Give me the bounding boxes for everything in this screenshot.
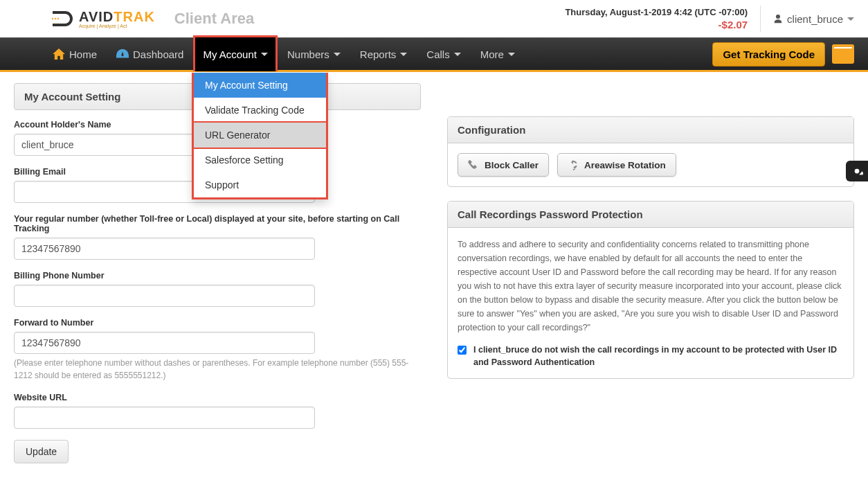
header: AVIDTRAK Acquire | Analyze | Act Client … bbox=[0, 0, 868, 37]
configuration-title: Configuration bbox=[448, 117, 853, 143]
dd-salesforce-setting[interactable]: Salesforce Setting bbox=[194, 148, 326, 172]
calendar-icon[interactable] bbox=[832, 44, 854, 64]
header-balance: -$2.07 bbox=[565, 19, 748, 30]
gear-icon bbox=[851, 165, 863, 177]
recordings-consent-checkbox[interactable] bbox=[458, 346, 467, 355]
user-icon bbox=[773, 14, 783, 24]
nav-more-label: More bbox=[480, 48, 504, 60]
recordings-panel: Call Recordings Password Protection To a… bbox=[447, 201, 854, 379]
main-nav: Home Dashboard My Account Numbers Report… bbox=[0, 37, 868, 72]
settings-tab[interactable] bbox=[846, 161, 868, 181]
forward-number-label: Forward to Number bbox=[14, 318, 421, 328]
header-datetime: Thursday, August-1-2019 4:42 (UTC -07:00… bbox=[565, 7, 748, 17]
nav-my-account[interactable]: My Account bbox=[193, 35, 278, 71]
recordings-consent-label: I client_bruce do not wish the call reco… bbox=[473, 344, 844, 368]
divider bbox=[760, 6, 761, 32]
nav-calls[interactable]: Calls bbox=[417, 37, 470, 71]
nav-home-label: Home bbox=[69, 48, 97, 60]
logo-icon bbox=[48, 8, 75, 29]
username-label: client_bruce bbox=[787, 13, 843, 25]
dashboard-icon bbox=[116, 48, 129, 60]
user-menu[interactable]: client_bruce bbox=[773, 13, 854, 25]
caret-icon bbox=[400, 53, 407, 56]
phone-block-icon bbox=[468, 159, 479, 170]
nav-dashboard-label: Dashboard bbox=[133, 48, 183, 60]
recordings-title: Call Recordings Password Protection bbox=[448, 202, 853, 228]
nav-numbers-label: Numbers bbox=[287, 48, 329, 60]
logo[interactable]: AVIDTRAK Acquire | Analyze | Act bbox=[48, 8, 155, 29]
block-caller-label: Block Caller bbox=[485, 160, 539, 170]
caret-icon bbox=[261, 53, 268, 56]
nav-home[interactable]: Home bbox=[43, 37, 107, 71]
regular-number-label: Your regular number (whether Toll-free o… bbox=[14, 214, 421, 233]
nav-numbers[interactable]: Numbers bbox=[278, 37, 350, 71]
rotation-icon bbox=[568, 159, 579, 170]
recordings-body: To address and adhere to security and co… bbox=[458, 238, 844, 335]
dd-url-generator[interactable]: URL Generator bbox=[192, 121, 327, 149]
update-button[interactable]: Update bbox=[14, 440, 69, 463]
regular-number-input[interactable] bbox=[14, 238, 315, 260]
page-area-title: Client Area bbox=[174, 10, 254, 28]
logo-text-secondary: TRAK bbox=[114, 9, 155, 24]
caret-icon bbox=[454, 53, 461, 56]
forward-number-help: (Please enter telephone number without d… bbox=[14, 357, 421, 382]
nav-calls-label: Calls bbox=[426, 48, 449, 60]
get-tracking-code-button[interactable]: Get Tracking Code bbox=[712, 42, 825, 66]
dd-validate-tracking[interactable]: Validate Tracking Code bbox=[194, 98, 326, 123]
home-icon bbox=[53, 48, 65, 60]
website-url-label: Website URL bbox=[14, 393, 421, 402]
svg-point-0 bbox=[52, 18, 53, 19]
areawise-label: Areawise Rotation bbox=[584, 160, 666, 170]
svg-point-2 bbox=[57, 18, 59, 19]
areawise-rotation-button[interactable]: Areawise Rotation bbox=[557, 153, 676, 177]
dd-support[interactable]: Support bbox=[194, 172, 326, 197]
caret-icon bbox=[334, 53, 341, 56]
spacer bbox=[447, 83, 854, 116]
my-account-dropdown: My Account Setting Validate Tracking Cod… bbox=[192, 73, 328, 199]
billing-phone-input[interactable] bbox=[14, 285, 315, 307]
nav-more[interactable]: More bbox=[471, 37, 525, 71]
configuration-panel: Configuration Block Caller Areawise Rota… bbox=[447, 116, 854, 187]
caret-icon bbox=[847, 17, 854, 21]
block-caller-button[interactable]: Block Caller bbox=[458, 153, 549, 177]
nav-reports[interactable]: Reports bbox=[350, 37, 417, 71]
nav-reports-label: Reports bbox=[360, 48, 397, 60]
caret-icon bbox=[508, 53, 515, 56]
billing-phone-label: Billing Phone Number bbox=[14, 271, 421, 281]
nav-dashboard[interactable]: Dashboard bbox=[107, 37, 193, 71]
nav-my-account-label: My Account bbox=[203, 48, 257, 60]
website-url-input[interactable] bbox=[14, 407, 315, 429]
forward-number-input[interactable] bbox=[14, 332, 315, 354]
logo-text-primary: AVID bbox=[79, 9, 114, 24]
svg-point-1 bbox=[55, 18, 56, 19]
dd-my-account-setting[interactable]: My Account Setting bbox=[194, 73, 326, 98]
